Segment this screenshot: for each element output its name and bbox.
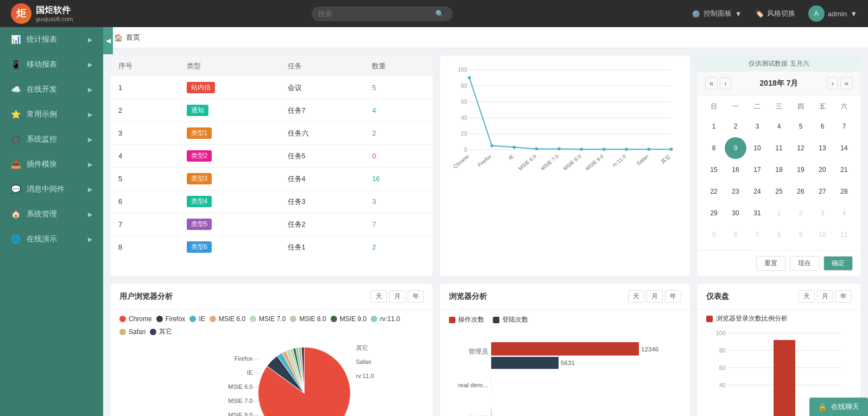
calendar-day[interactable]: 10 — [746, 137, 768, 159]
sidebar-collapse-btn[interactable]: ◀ — [103, 27, 113, 54]
browser-analysis-month-btn[interactable]: 月 — [389, 290, 406, 303]
calendar-day[interactable]: 1 — [703, 116, 725, 137]
sidebar-icon-msg: 💬 — [11, 184, 21, 194]
svg-text:60: 60 — [719, 364, 726, 371]
sidebar-item-common[interactable]: ⭐ 常用示例 ▶ — [0, 102, 103, 127]
calendar-day[interactable]: 10 — [812, 224, 833, 246]
sidebar-item-demo[interactable]: 🌐 在线演示 ▶ — [0, 227, 103, 252]
dashboard-month-btn[interactable]: 月 — [817, 290, 833, 303]
calendar-day[interactable]: 13 — [812, 137, 833, 159]
browser-chart-month-btn[interactable]: 月 — [647, 290, 663, 303]
calendar-day[interactable]: 7 — [833, 116, 855, 137]
calendar-day[interactable]: 28 — [833, 181, 855, 202]
calendar-day[interactable]: 3 — [746, 116, 768, 137]
calendar-day[interactable]: 31 — [746, 202, 768, 224]
calendar-day[interactable]: 11 — [833, 224, 855, 246]
calendar-day[interactable]: 24 — [746, 181, 768, 202]
calendar-prev-month-btn[interactable]: ‹ — [720, 77, 731, 89]
type-badge: 站内信 — [187, 82, 215, 93]
calendar-day[interactable]: 15 — [703, 159, 725, 181]
sidebar-item-left: ⭐ 常用示例 — [11, 110, 57, 119]
legend-item: 其它 — [150, 327, 172, 336]
search-input[interactable] — [318, 10, 431, 18]
calendar-day[interactable]: 23 — [725, 181, 746, 202]
calendar-day[interactable]: 30 — [725, 202, 746, 224]
dashboard-year-btn[interactable]: 年 — [835, 290, 852, 303]
calendar-day[interactable]: 25 — [768, 181, 790, 202]
sidebar-item-monitor[interactable]: 🎧 系统监控 ▶ — [0, 127, 103, 152]
calendar-day[interactable]: 14 — [833, 137, 855, 159]
calendar-day[interactable]: 16 — [725, 159, 746, 181]
browser-analysis-day-btn[interactable]: 天 — [371, 290, 387, 303]
calendar-now-btn[interactable]: 现在 — [790, 256, 819, 271]
calendar-day[interactable]: 7 — [746, 224, 768, 246]
row-type: 类型4 — [179, 190, 280, 213]
row-count: 5 — [364, 76, 433, 99]
sidebar-icon-sys-mgmt: 🏠 — [11, 209, 21, 219]
browser-chart-legend: 操作次数登陆次数 — [440, 310, 690, 327]
calendar-day[interactable]: 9 — [790, 224, 812, 246]
calendar-day[interactable]: 4 — [833, 202, 855, 224]
calendar-card: 仅供测试数据 五月六 « ‹ 2018年 7月 › » 日一二三四五六 1234… — [698, 56, 860, 276]
calendar-day[interactable]: 3 — [812, 202, 833, 224]
calendar-day[interactable]: 19 — [790, 159, 812, 181]
sidebar-item-stats[interactable]: 📊 统计报表 ▶ — [0, 27, 103, 52]
sidebar-arrow-common: ▶ — [88, 111, 92, 118]
calendar-day[interactable]: 9 — [725, 137, 746, 159]
control-panel-btn[interactable]: ⚙️ 控制面板 ▼ — [692, 9, 742, 18]
legend-label: 其它 — [159, 327, 172, 336]
calendar-day[interactable]: 6 — [812, 116, 833, 137]
svg-text:5631: 5631 — [561, 359, 575, 366]
calendar-day[interactable]: 6 — [725, 224, 746, 246]
calendar-day[interactable]: 5 — [790, 116, 812, 137]
sidebar-item-msg[interactable]: 💬 消息中间件 ▶ — [0, 177, 103, 202]
browser-chart-day-btn[interactable]: 天 — [628, 290, 644, 303]
calendar-prev-year-btn[interactable]: « — [705, 77, 718, 89]
calendar-day[interactable]: 4 — [768, 116, 790, 137]
calendar-day[interactable]: 11 — [768, 137, 790, 159]
admin-btn[interactable]: A admin ▼ — [808, 5, 857, 22]
calendar-day[interactable]: 2 — [790, 202, 812, 224]
sidebar-item-left: 💬 消息中间件 — [11, 184, 65, 194]
search-box[interactable]: 🔍 — [312, 7, 453, 21]
calendar-confirm-btn[interactable]: 确定 — [823, 256, 853, 271]
style-switch-btn[interactable]: 🏷️ 风格切换 — [755, 9, 795, 18]
legend-dot — [156, 316, 163, 322]
svg-text:Chrome: Chrome — [452, 153, 470, 169]
sidebar-item-online-dev[interactable]: ☁️ 在线开发 ▶ — [0, 77, 103, 102]
calendar-next-year-btn[interactable]: » — [840, 77, 853, 89]
calendar-day[interactable]: 18 — [768, 159, 790, 181]
calendar-reset-btn[interactable]: 重置 — [756, 256, 785, 271]
calendar-next-month-btn[interactable]: › — [827, 77, 838, 89]
calendar-day[interactable]: 27 — [812, 181, 833, 202]
calendar-day[interactable]: 12 — [790, 137, 812, 159]
svg-rect-48 — [491, 342, 639, 356]
row-task: 任务1 — [280, 236, 365, 259]
calendar-day[interactable]: 8 — [768, 224, 790, 246]
svg-text:80: 80 — [719, 347, 726, 354]
calendar-day[interactable]: 29 — [703, 202, 725, 224]
legend-item: rv:11.0 — [371, 315, 400, 323]
calendar-day[interactable]: 21 — [833, 159, 855, 181]
svg-text:0: 0 — [464, 146, 467, 153]
calendar-day[interactable]: 2 — [725, 116, 746, 137]
calendar-day[interactable]: 8 — [703, 137, 725, 159]
calendar-day[interactable]: 20 — [812, 159, 833, 181]
sidebar-item-plugins[interactable]: 📥 插件模块 ▶ — [0, 152, 103, 177]
calendar-day[interactable]: 22 — [703, 181, 725, 202]
sidebar-item-sys-mgmt[interactable]: 🏠 系统管理 ▶ — [0, 202, 103, 227]
row-num: 8 — [111, 236, 179, 259]
legend-label: Chrome — [129, 315, 152, 323]
calendar-day[interactable]: 5 — [703, 224, 725, 246]
calendar-day[interactable]: 26 — [790, 181, 812, 202]
sidebar-item-mobile[interactable]: 📱 移动报表 ▶ — [0, 52, 103, 77]
browser-chart-year-btn[interactable]: 年 — [665, 290, 681, 303]
calendar-title: 2018年 7月 — [760, 79, 799, 88]
row-num: 4 — [111, 145, 179, 168]
calendar-grid: 日一二三四五六 12345678910111213141516171819202… — [698, 95, 860, 250]
browser-analysis-year-btn[interactable]: 年 — [408, 290, 424, 303]
online-chat-btn[interactable]: 🔒 在线聊天 — [809, 398, 868, 416]
calendar-day[interactable]: 17 — [746, 159, 768, 181]
dashboard-day-btn[interactable]: 天 — [799, 290, 815, 303]
calendar-day[interactable]: 1 — [768, 202, 790, 224]
